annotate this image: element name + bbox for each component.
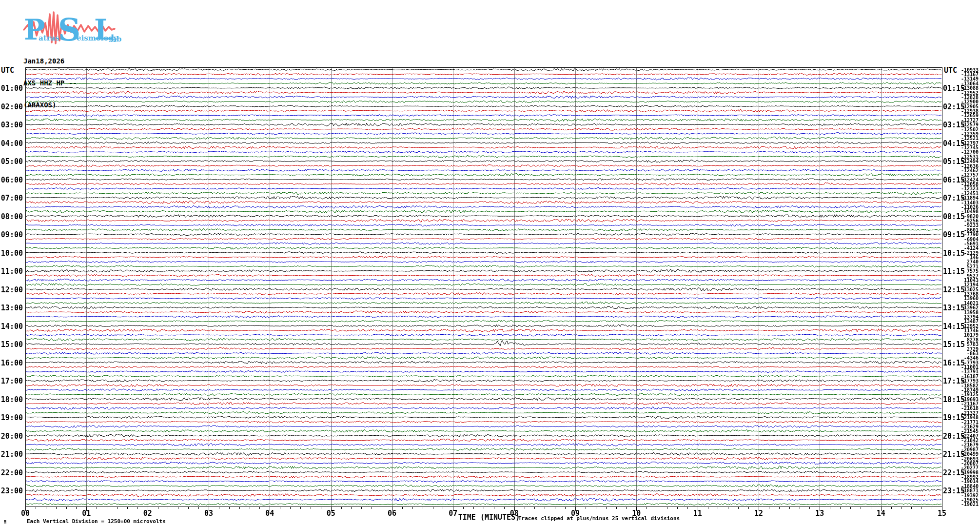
x-tick-label: 11 <box>693 509 702 518</box>
left-hour-label: 23:00 <box>0 486 23 495</box>
left-hour-label: 07:00 <box>0 194 23 203</box>
x-tick-label: 12 <box>754 509 763 518</box>
left-hour-label: 17:00 <box>0 377 23 385</box>
left-hour-label: 03:00 <box>0 121 23 129</box>
left-hour-label: 15:00 <box>0 340 23 349</box>
x-axis-title: TIME (MINUTES) <box>458 513 520 522</box>
x-tick-label: 02 <box>143 509 152 518</box>
x-tick-label: 14 <box>877 509 885 518</box>
x-tick-label: 04 <box>265 509 274 518</box>
left-hour-label: 18:00 <box>0 395 23 404</box>
webicorder-page: P atras S eismology L ab Jan18,2026 AXS … <box>0 0 980 527</box>
clip-note: Traces clipped at plus/minus 25 vertical… <box>518 515 680 522</box>
x-tick-label: 07 <box>449 509 457 518</box>
left-hour-label: 13:00 <box>0 304 23 312</box>
left-hour-label: 02:00 <box>0 102 23 111</box>
dc-offset-value: -19021 <box>941 502 979 507</box>
left-hour-label: 09:00 <box>0 230 23 239</box>
x-tick-label: 01 <box>82 509 91 518</box>
left-hour-label: 08:00 <box>0 212 23 221</box>
left-hour-label: 20:00 <box>0 432 23 441</box>
x-tick-label: 03 <box>204 509 213 518</box>
x-tick-label: 06 <box>388 509 396 518</box>
left-hour-label: 22:00 <box>0 468 23 477</box>
x-tick-label: 00 <box>21 509 30 518</box>
left-hour-label: 04:00 <box>0 139 23 148</box>
left-hour-label: 10:00 <box>0 249 23 258</box>
left-hour-label: 01:00 <box>0 84 23 93</box>
left-hour-label: 21:00 <box>0 450 23 459</box>
x-tick-label: 13 <box>815 509 824 518</box>
left-hour-label: 14:00 <box>0 322 23 331</box>
left-hour-label: 11:00 <box>0 267 23 276</box>
left-hour-label: 06:00 <box>0 176 23 184</box>
left-hour-label: 12:00 <box>0 285 23 294</box>
seismogram-canvas <box>0 0 980 527</box>
left-hour-label: 05:00 <box>0 157 23 166</box>
x-tick-label: 15 <box>938 509 946 518</box>
x-tick-label: 05 <box>327 509 335 518</box>
left-hour-label: 16:00 <box>0 359 23 367</box>
left-hour-label: 19:00 <box>0 413 23 422</box>
scale-note: Each Vertical Division = 1250+00 microvo… <box>27 518 166 525</box>
footer-tiny-mark: M <box>4 520 6 525</box>
